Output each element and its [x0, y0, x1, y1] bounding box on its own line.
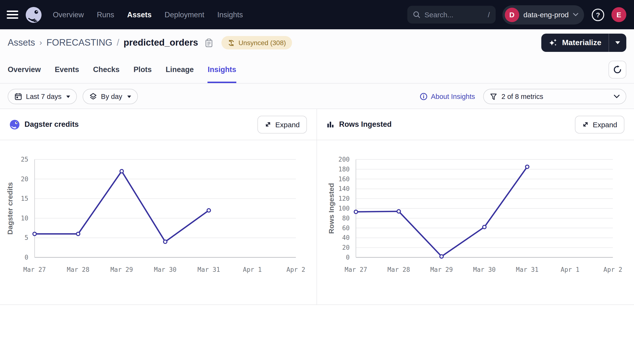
y-tick-label: 15 [21, 195, 28, 202]
y-tick-label: 200 [338, 156, 350, 163]
caret-down-icon [615, 41, 620, 44]
chart-point [354, 210, 358, 214]
global-search[interactable]: / [407, 6, 496, 24]
nav-item-assets[interactable]: Assets [127, 10, 152, 19]
top-nav: Overview Runs Assets Deployment Insights… [0, 0, 634, 29]
breadcrumb-assets-link[interactable]: Assets [8, 38, 35, 48]
refresh-button[interactable] [608, 61, 626, 78]
x-tick-label: Mar 31 [198, 266, 220, 273]
y-tick-label: 20 [342, 244, 350, 251]
x-tick-label: Mar 27 [344, 266, 367, 273]
tab-insights[interactable]: Insights [208, 56, 236, 83]
breadcrumb-group-link[interactable]: FORECASTING [46, 38, 112, 48]
hamburger-menu-icon[interactable] [7, 10, 18, 19]
search-input[interactable] [424, 10, 484, 19]
tab-plots[interactable]: Plots [134, 56, 152, 83]
x-tick-label: Apr 1 [243, 266, 262, 273]
x-tick-label: Apr 2 [604, 266, 622, 273]
tab-events[interactable]: Events [55, 56, 79, 83]
unsynced-label: Unsynced (308) [238, 39, 286, 46]
chart-point [440, 255, 443, 258]
primary-nav: Overview Runs Assets Deployment Insights [53, 10, 243, 19]
x-tick-label: Mar 30 [154, 266, 176, 273]
expand-button[interactable]: Expand [575, 116, 624, 133]
line-chart-rows-ingested[interactable]: 020406080100120140160180200Mar 27Mar 28M… [317, 140, 634, 304]
bar-chart-icon [326, 120, 334, 128]
expand-icon [265, 121, 271, 128]
date-range-value: Last 7 days [26, 93, 62, 100]
tab-checks[interactable]: Checks [93, 56, 120, 83]
x-tick-label: Mar 27 [23, 266, 46, 273]
nav-item-overview[interactable]: Overview [53, 10, 84, 19]
search-shortcut-hint: / [488, 10, 490, 19]
breadcrumb: Assets › FORECASTING / predicted_orders [8, 38, 213, 48]
deployment-name: data-eng-prod [524, 10, 569, 19]
nav-item-deployment[interactable]: Deployment [164, 10, 204, 19]
refresh-icon [613, 65, 622, 74]
sync-alert-icon [228, 39, 235, 46]
y-tick-label: 0 [24, 254, 28, 261]
caret-down-icon [127, 95, 131, 98]
granularity-value: By day [101, 93, 122, 100]
panel-title: Rows Ingested [326, 120, 392, 129]
panel-title-label: Rows Ingested [339, 120, 392, 129]
user-avatar[interactable]: E [612, 7, 626, 22]
asset-tabs: Overview Events Checks Plots Lineage Ins… [8, 56, 236, 83]
y-tick-label: 120 [338, 195, 350, 202]
y-axis-title: Rows Ingested [327, 183, 335, 234]
granularity-filter-button[interactable]: By day [82, 89, 138, 104]
x-tick-label: Mar 28 [387, 266, 410, 273]
line-chart-dagster-credits[interactable]: 0510152025Mar 27Mar 28Mar 29Mar 30Mar 31… [0, 140, 317, 304]
help-icon[interactable]: ? [592, 8, 604, 21]
chart-point [526, 165, 529, 168]
metrics-filter-select[interactable]: 2 of 8 metrics [483, 89, 626, 104]
filter-funnel-icon [490, 93, 497, 100]
chart-point [120, 170, 123, 173]
tab-overview[interactable]: Overview [8, 56, 41, 83]
x-tick-label: Mar 28 [67, 266, 89, 273]
y-tick-label: 20 [21, 176, 28, 183]
materialize-button[interactable]: Materialize [541, 34, 608, 52]
calendar-icon [14, 93, 22, 100]
layers-icon [89, 93, 97, 100]
about-insights-link[interactable]: About Insights [420, 93, 475, 100]
y-tick-label: 0 [346, 254, 350, 261]
x-tick-label: Mar 29 [110, 266, 133, 273]
x-tick-label: Apr 2 [286, 266, 305, 273]
dagster-logo[interactable] [25, 6, 42, 23]
breadcrumb-separator: / [117, 38, 119, 48]
y-tick-label: 40 [342, 234, 350, 241]
x-tick-label: Mar 30 [473, 266, 496, 273]
y-tick-label: 140 [338, 185, 350, 192]
panel-header: Dagster credits Expand [0, 109, 316, 140]
date-range-filter-button[interactable]: Last 7 days [8, 89, 77, 104]
y-tick-label: 80 [342, 215, 350, 222]
tab-lineage[interactable]: Lineage [166, 56, 194, 83]
nav-item-runs[interactable]: Runs [97, 10, 114, 19]
chart-line [34, 171, 209, 242]
panel-title: Dagster credits [10, 119, 79, 130]
chevron-down-icon [614, 94, 620, 98]
y-tick-label: 60 [342, 224, 350, 232]
deployment-initial-badge: D [505, 8, 519, 22]
copy-asset-name-icon[interactable] [205, 38, 213, 47]
insights-charts: Dagster credits Expand 0510152025Mar 27M… [0, 109, 634, 305]
y-tick-label: 160 [338, 176, 350, 183]
asset-name: predicted_orders [124, 38, 198, 48]
deployment-switcher[interactable]: D data-eng-prod [502, 5, 584, 24]
materialize-dropdown-button[interactable] [609, 34, 626, 52]
materialize-split-button: Materialize [541, 34, 626, 52]
y-tick-label: 100 [338, 205, 350, 212]
expand-button[interactable]: Expand [258, 116, 307, 133]
nav-item-insights[interactable]: Insights [217, 10, 243, 19]
expand-label: Expand [593, 120, 617, 128]
panel-dagster-credits: Dagster credits Expand 0510152025Mar 27M… [0, 109, 317, 304]
y-tick-label: 10 [21, 215, 28, 222]
materialize-label: Materialize [562, 38, 601, 47]
unsynced-status-badge[interactable]: Unsynced (308) [222, 36, 292, 50]
info-icon [420, 93, 428, 100]
y-axis-title: Dagster credits [6, 182, 14, 234]
chart-point [164, 240, 167, 244]
app-root: Overview Runs Assets Deployment Insights… [0, 0, 634, 364]
chart-point [207, 209, 210, 212]
